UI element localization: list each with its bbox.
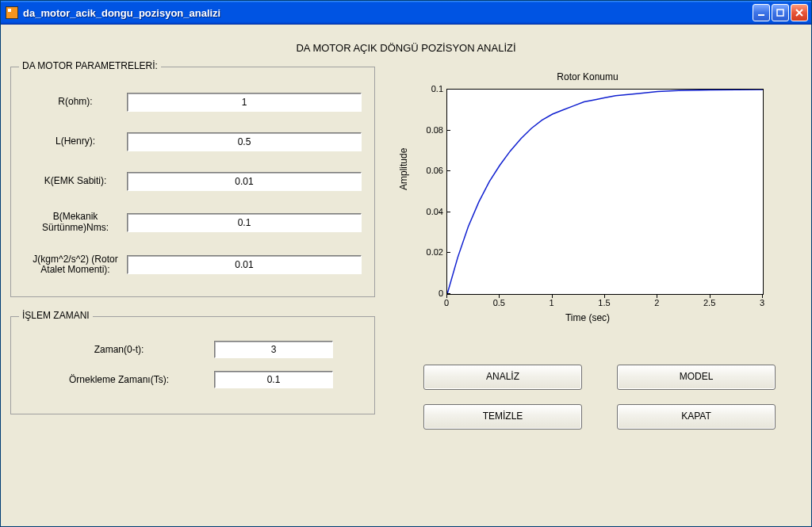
time-input-t[interactable] (214, 341, 333, 358)
chart-ytick: 0.08 (397, 125, 443, 135)
param-input-l[interactable] (127, 132, 362, 151)
param-row-l: L(Henry): (24, 132, 362, 151)
chart-ytick: 0.02 (397, 247, 443, 257)
param-row-r: R(ohm): (24, 93, 362, 112)
param-input-b[interactable] (127, 213, 362, 232)
chart-xtick: 0.5 (487, 298, 511, 307)
chart-xlabel: Time (sec) (397, 312, 778, 323)
close-button[interactable] (791, 4, 808, 21)
chart-ytick: 0 (397, 288, 443, 298)
param-label: R(ohm): (24, 97, 127, 108)
page-title: DA MOTOR AÇIK DÖNGÜ POZİSYON ANALİZİ (10, 42, 802, 54)
chart-axes: Rotor Konumu Amplitude Time (sec) 00.020… (397, 71, 778, 333)
time-row-t: Zaman(0-t): (24, 341, 362, 358)
app-window: da_motor_acik_dongu_pozisyon_analizi DA … (0, 0, 812, 527)
chart-ytick: 0.1 (397, 84, 443, 94)
chart-xtick: 2 (645, 298, 668, 307)
chart-xtick: 1.5 (592, 298, 616, 307)
chart-xtick: 1 (540, 298, 564, 307)
params-groupbox: DA MOTOR PARAMETRELERİ: R(ohm): L(Henry)… (10, 67, 375, 297)
model-button[interactable]: MODEL (617, 365, 776, 390)
window-title: da_motor_acik_dongu_pozisyon_analizi (23, 7, 220, 19)
param-input-j[interactable] (127, 255, 362, 274)
time-input-ts[interactable] (214, 371, 333, 388)
param-label: B(Mekanik Sürtünme)Nms: (24, 212, 127, 234)
titlebar: da_motor_acik_dongu_pozisyon_analizi (1, 1, 811, 25)
time-label: Örnekleme Zamanı(Ts): (24, 374, 214, 385)
param-input-k[interactable] (127, 172, 362, 191)
param-label: L(Henry): (24, 136, 127, 147)
maximize-button[interactable] (772, 4, 789, 21)
param-row-k: K(EMK Sabiti): (24, 172, 362, 191)
param-row-b: B(Mekanik Sürtünme)Nms: (24, 212, 362, 234)
analyze-button[interactable]: ANALİZ (423, 365, 582, 390)
button-grid: ANALİZ MODEL TEMİZLE KAPAT (397, 365, 802, 430)
time-label: Zaman(0-t): (24, 344, 214, 355)
param-input-r[interactable] (127, 93, 362, 112)
chart-xtick: 2.5 (698, 298, 722, 307)
param-label: K(EMK Sabiti): (24, 176, 127, 187)
clear-button[interactable]: TEMİZLE (423, 404, 582, 430)
plot-area (446, 89, 764, 295)
minimize-button[interactable] (753, 4, 770, 21)
chart-ytick: 0.04 (397, 207, 443, 216)
chart-line (447, 90, 763, 294)
chart-xtick: 3 (750, 298, 774, 307)
matlab-icon (6, 6, 18, 19)
chart-ytick: 0.06 (397, 166, 443, 175)
param-label: J(kgm^2/s^2) (Rotor Atalet Momenti): (24, 254, 127, 277)
time-legend: İŞLEM ZAMANI (19, 310, 93, 321)
param-row-j: J(kgm^2/s^2) (Rotor Atalet Momenti): (24, 254, 362, 277)
svg-rect-0 (758, 14, 764, 16)
client-area: DA MOTOR AÇIK DÖNGÜ POZİSYON ANALİZİ DA … (1, 25, 811, 526)
chart-title: Rotor Konumu (397, 71, 778, 82)
close-button[interactable]: KAPAT (617, 404, 776, 430)
time-row-ts: Örnekleme Zamanı(Ts): (24, 371, 362, 388)
svg-rect-1 (777, 10, 783, 16)
time-groupbox: İŞLEM ZAMANI Zaman(0-t): Örnekleme Zaman… (10, 316, 375, 414)
params-legend: DA MOTOR PARAMETRELERİ: (19, 60, 161, 71)
chart-xtick: 0 (435, 298, 458, 307)
